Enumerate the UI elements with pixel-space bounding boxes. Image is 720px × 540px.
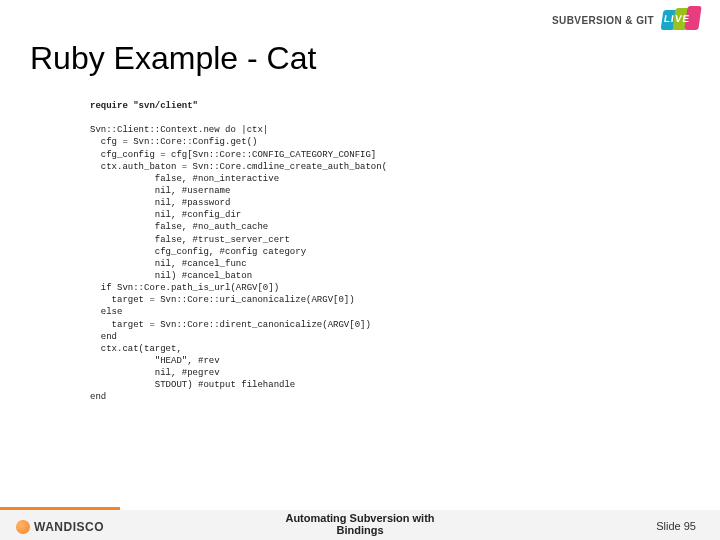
logo-text: SUBVERSION & GIT [552,15,654,26]
live-mark: LIVE [660,6,702,34]
footer-title-line1: Automating Subversion with [285,512,434,524]
code-body: Svn::Client::Context.new do |ctx| cfg = … [90,125,387,402]
event-logo: SUBVERSION & GIT LIVE [552,6,702,34]
slide-number: Slide 95 [656,520,696,532]
slide-title: Ruby Example - Cat [30,40,316,77]
wandisco-text: WANDISCO [34,520,104,534]
footer-title: Automating Subversion with Bindings [285,512,434,536]
slide: SUBVERSION & GIT LIVE Ruby Example - Cat… [0,0,720,540]
wandisco-logo: WANDISCO [16,520,104,534]
footer: WANDISCO Automating Subversion with Bind… [0,500,720,540]
code-require-line: require "svn/client" [90,101,198,111]
footer-title-line2: Bindings [285,524,434,536]
code-block: require "svn/client" Svn::Client::Contex… [90,100,387,404]
live-text: LIVE [663,13,691,24]
wandisco-icon [16,520,30,534]
